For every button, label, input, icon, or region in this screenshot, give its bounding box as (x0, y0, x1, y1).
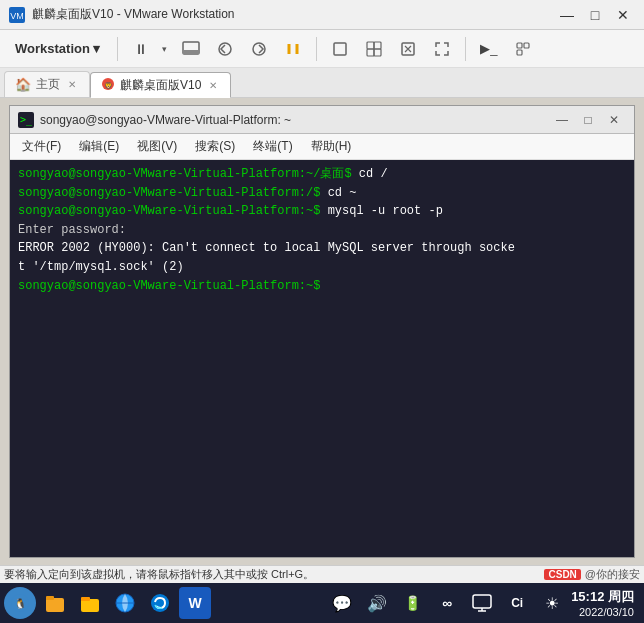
vm-titlebar: >_ songyao@songyao-VMware-Virtual-Platfo… (10, 106, 634, 134)
terminal-body[interactable]: songyao@songyao-VMware-Virtual-Platform:… (10, 160, 634, 557)
svg-rect-19 (46, 598, 64, 612)
svg-rect-7 (367, 42, 374, 49)
audio-icon[interactable]: 🔊 (361, 587, 393, 619)
minimize-button[interactable]: — (554, 4, 580, 26)
maximize-button[interactable]: □ (582, 4, 608, 26)
app-icon: VM (8, 6, 26, 24)
svg-rect-10 (374, 49, 381, 56)
fit-window-button[interactable] (393, 35, 423, 63)
input-method-icon[interactable]: Ci (501, 587, 533, 619)
start-icon[interactable]: 🐧 (4, 587, 36, 619)
svg-rect-26 (473, 595, 491, 608)
term-line-6: t '/tmp/mysql.sock' (2) (18, 258, 626, 277)
toolbar-separator-1 (117, 37, 118, 61)
tabs-bar: 🏠 主页 ✕ 🦁 麒麟桌面版V10 ✕ (0, 68, 644, 98)
notification-icon[interactable]: 💬 (326, 587, 358, 619)
workstation-menu[interactable]: Workstation ▾ (6, 37, 109, 60)
vm-minimize-button[interactable]: — (550, 110, 574, 130)
svg-rect-14 (517, 50, 522, 55)
close-button[interactable]: ✕ (610, 4, 636, 26)
vm-terminal-icon: >_ (18, 112, 34, 128)
window-title: 麒麟桌面版V10 - VMware Workstation (32, 6, 554, 23)
suspend-button[interactable] (278, 35, 308, 63)
clock-date: 2022/03/10 (579, 606, 634, 618)
tab-kylin-label: 麒麟桌面版V10 (120, 77, 201, 94)
multi-window-button[interactable] (359, 35, 389, 63)
tab-home[interactable]: 🏠 主页 ✕ (4, 71, 90, 97)
svg-rect-13 (524, 43, 529, 48)
title-bar: VM 麒麟桌面版V10 - VMware Workstation — □ ✕ (0, 0, 644, 30)
workstation-label: Workstation (15, 41, 90, 56)
window-controls: — □ ✕ (554, 4, 636, 26)
term-line-7: songyao@songyao-VMware-Virtual-Platform:… (18, 277, 626, 296)
menu-search[interactable]: 搜索(S) (187, 135, 243, 158)
battery-icon[interactable]: 🔋 (396, 587, 428, 619)
vm-panel: >_ songyao@songyao-VMware-Virtual-Platfo… (9, 105, 635, 558)
browser-icon[interactable] (109, 587, 141, 619)
svg-rect-9 (367, 49, 374, 56)
status-text: 要将输入定向到该虚拟机，请将鼠标指针移入其中或按 Ctrl+G。 (4, 567, 314, 582)
terminal-button[interactable]: ▶_ (474, 35, 504, 63)
user-badge: @你的接安 (585, 567, 640, 582)
term-line-1: songyao@songyao-VMware-Virtual-Platform:… (18, 165, 626, 184)
tab-kylin[interactable]: 🦁 麒麟桌面版V10 ✕ (90, 72, 231, 98)
svg-rect-20 (46, 596, 54, 600)
word-letter: W (188, 595, 201, 611)
menu-view[interactable]: 视图(V) (129, 135, 185, 158)
svg-point-25 (151, 594, 169, 612)
vm-controls-group: ⏸ ▾ (126, 35, 172, 63)
term-line-3: songyao@songyao-VMware-Virtual-Platform:… (18, 202, 626, 221)
files-icon[interactable] (39, 587, 71, 619)
snapshot-forward-button[interactable] (244, 35, 274, 63)
pause-dropdown[interactable]: ▾ (158, 35, 172, 63)
word-icon[interactable]: W (179, 587, 211, 619)
vm-menu-bar: 文件(F) 编辑(E) 视图(V) 搜索(S) 终端(T) 帮助(H) (10, 134, 634, 160)
term-line-4: Enter password: (18, 221, 626, 240)
vm-window-title: songyao@songyao-VMware-Virtual-Platform:… (40, 113, 550, 127)
svg-rect-3 (183, 50, 199, 54)
status-bar: 要将输入定向到该虚拟机，请将鼠标指针移入其中或按 Ctrl+G。 CSDN @你… (0, 565, 644, 583)
toolbar: Workstation ▾ ⏸ ▾ (0, 30, 644, 68)
pause-button[interactable]: ⏸ (126, 35, 156, 63)
vm-settings-button[interactable] (176, 35, 206, 63)
term-line-5: ERROR 2002 (HY000): Can't connect to loc… (18, 239, 626, 258)
menu-file[interactable]: 文件(F) (14, 135, 69, 158)
svg-text:VM: VM (10, 11, 24, 21)
toolbar-separator-3 (465, 37, 466, 61)
menu-terminal[interactable]: 终端(T) (245, 135, 300, 158)
brightness-icon[interactable]: ☀ (536, 587, 568, 619)
svg-text:🐧: 🐧 (14, 597, 27, 610)
main-content: >_ songyao@songyao-VMware-Virtual-Platfo… (0, 98, 644, 565)
taskbar-clock[interactable]: 15:12 周四 2022/03/10 (571, 588, 634, 618)
taskbar: 🐧 (0, 583, 644, 623)
svg-rect-6 (334, 43, 346, 55)
display-icon[interactable] (466, 587, 498, 619)
toolbar-separator-2 (316, 37, 317, 61)
snapshot-back-button[interactable] (210, 35, 240, 63)
home-tab-icon: 🏠 (15, 77, 31, 92)
fullscreen-button[interactable] (427, 35, 457, 63)
tab-home-close[interactable]: ✕ (65, 78, 79, 92)
tab-home-label: 主页 (36, 76, 60, 93)
tab-kylin-close[interactable]: ✕ (206, 78, 220, 92)
menu-edit[interactable]: 编辑(E) (71, 135, 127, 158)
kylin-tab-icon: 🦁 (101, 77, 115, 94)
clock-time: 15:12 周四 (571, 588, 634, 606)
vm-window-controls: — □ ✕ (550, 110, 626, 130)
svg-rect-22 (81, 597, 90, 601)
svg-rect-8 (374, 42, 381, 49)
svg-text:🦁: 🦁 (104, 81, 113, 90)
workstation-dropdown-icon: ▾ (93, 41, 100, 56)
svg-rect-12 (517, 43, 522, 48)
folder-icon[interactable] (74, 587, 106, 619)
edge-icon[interactable] (144, 587, 176, 619)
vm-maximize-button[interactable]: □ (576, 110, 600, 130)
network-icon[interactable]: ∞ (431, 587, 463, 619)
unity-button[interactable] (508, 35, 538, 63)
single-window-button[interactable] (325, 35, 355, 63)
csdn-badge: CSDN (544, 569, 580, 580)
vm-close-button[interactable]: ✕ (602, 110, 626, 130)
menu-help[interactable]: 帮助(H) (303, 135, 360, 158)
term-line-2: songyao@songyao-VMware-Virtual-Platform:… (18, 184, 626, 203)
